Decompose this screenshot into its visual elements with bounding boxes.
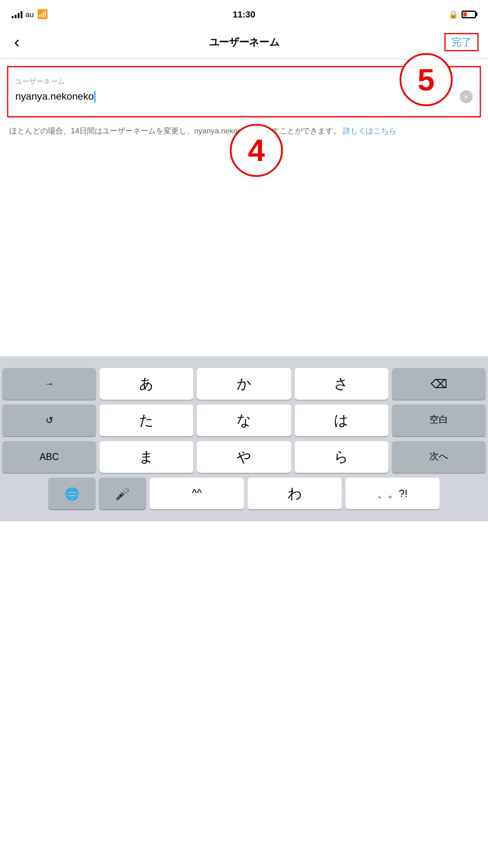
keyboard-row-2: ↺ た な は 空白	[2, 404, 486, 436]
key-space[interactable]: 空白	[392, 404, 486, 436]
key-undo[interactable]: ↺	[2, 404, 96, 436]
key-wa[interactable]: わ	[248, 478, 342, 509]
key-ma[interactable]: ま	[100, 441, 194, 473]
keyboard: → あ か さ ⌫ ↺ た な は 空白 ABC ま や ら 次へ 🌐 🎤 ^^…	[0, 356, 488, 521]
carrier-label: au	[25, 10, 34, 19]
done-button-wrapper: 完了	[444, 35, 479, 49]
status-right: 🔒	[449, 10, 476, 19]
keyboard-bottom-spacer	[2, 514, 486, 519]
signal-bar-1	[12, 16, 13, 18]
keyboard-row-3: ABC ま や ら 次へ	[2, 441, 486, 473]
back-button[interactable]: ‹	[9, 31, 24, 54]
signal-bar-4	[21, 11, 22, 18]
learn-more-link[interactable]: 詳しくはこちら	[343, 126, 396, 135]
key-delete[interactable]: ⌫	[392, 368, 486, 399]
status-left: au 📶	[12, 9, 48, 20]
signal-bar-2	[15, 15, 16, 18]
key-a[interactable]: あ	[100, 368, 194, 399]
annotation-5: 5	[400, 53, 453, 106]
lock-icon: 🔒	[449, 10, 458, 19]
key-na[interactable]: な	[197, 404, 291, 436]
key-abc[interactable]: ABC	[2, 441, 96, 473]
key-ka[interactable]: か	[197, 368, 291, 399]
keyboard-spacer	[2, 361, 486, 368]
content-area	[0, 144, 488, 356]
key-next-right[interactable]: 次へ	[392, 441, 486, 473]
battery-fill	[463, 12, 466, 16]
key-globe[interactable]: 🌐	[48, 478, 96, 509]
annotation-5-text: 5	[418, 62, 435, 97]
annotation-4-text: 4	[248, 133, 265, 168]
key-ha[interactable]: は	[294, 404, 388, 436]
input-text[interactable]: nyanya.nekoneko	[15, 91, 94, 103]
done-button[interactable]: 完了	[444, 33, 479, 51]
key-ra[interactable]: ら	[294, 441, 388, 473]
key-dakuten[interactable]: ^^	[150, 478, 244, 509]
key-period[interactable]: 、。?!	[345, 478, 440, 509]
clear-button[interactable]: ×	[460, 90, 473, 103]
key-mic[interactable]: 🎤	[99, 478, 146, 509]
description-text1: ほとんどの場合、14日間はユーザーネームを変更し、	[9, 126, 194, 135]
input-value: nyanya.nekoneko	[15, 91, 96, 103]
battery-tip	[476, 12, 477, 16]
status-bar: au 📶 11:30 🔒	[0, 0, 488, 26]
nav-title: ユーザーネーム	[209, 35, 279, 49]
status-time: 11:30	[233, 9, 255, 19]
battery-icon	[462, 10, 476, 18]
key-arrow[interactable]: →	[2, 368, 96, 399]
key-sa[interactable]: さ	[294, 368, 388, 399]
signal-bar-3	[17, 13, 19, 18]
signal-bars	[12, 10, 22, 18]
nav-bar: ‹ ユーザーネーム 完了	[0, 26, 488, 59]
key-ya[interactable]: や	[197, 441, 291, 473]
keyboard-row-4: 🌐 🎤 ^^ わ 、。?!	[2, 478, 486, 509]
clear-icon: ×	[464, 92, 468, 101]
keyboard-row-1: → あ か さ ⌫	[2, 368, 486, 399]
wifi-icon: 📶	[37, 9, 48, 20]
key-ta[interactable]: た	[100, 404, 194, 436]
annotation-4: 4	[230, 124, 283, 177]
text-cursor	[94, 91, 96, 103]
